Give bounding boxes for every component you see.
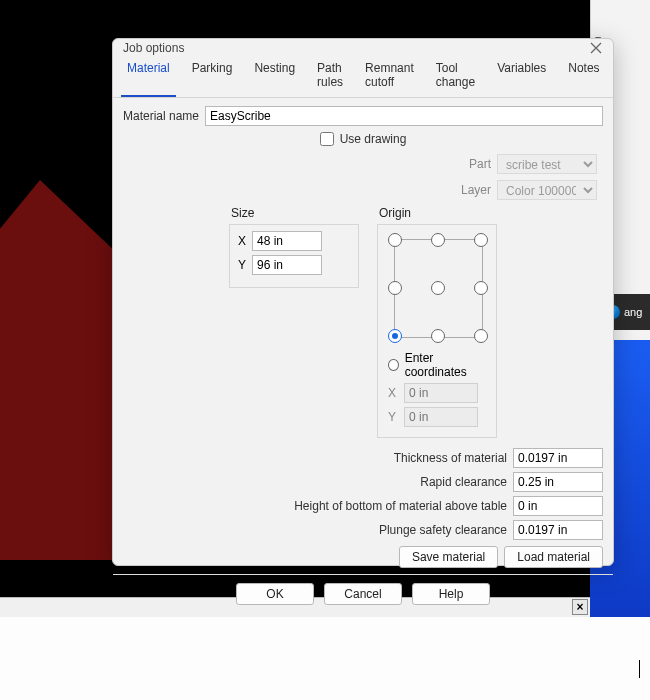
material-name-row: Material name: [123, 106, 603, 126]
tab-notes[interactable]: Notes: [562, 57, 605, 97]
material-name-label: Material name: [123, 109, 199, 123]
size-x-label: X: [238, 234, 252, 248]
rapid-input[interactable]: [513, 472, 603, 492]
origin-radio-bc[interactable]: [431, 329, 445, 343]
thickness-input[interactable]: [513, 448, 603, 468]
origin-y-input: [404, 407, 478, 427]
material-name-input[interactable]: [205, 106, 603, 126]
dialog-titlebar[interactable]: Job options: [113, 39, 613, 57]
use-drawing-row: Use drawing: [123, 132, 603, 146]
tab-remnant-cutoff[interactable]: Remnant cutoff: [359, 57, 420, 97]
tab-tool-change[interactable]: Tool change: [430, 57, 481, 97]
origin-group: Enter coordinates X Y: [377, 224, 497, 438]
use-drawing-label: Use drawing: [340, 132, 407, 146]
part-layer-block: Part scribe test Layer Color 1000000: [123, 154, 603, 200]
tab-content: Material name Use drawing Part scribe te…: [113, 98, 613, 574]
tab-path-rules[interactable]: Path rules: [311, 57, 349, 97]
size-y-input[interactable]: [252, 255, 322, 275]
origin-x-label: X: [388, 386, 398, 400]
ok-button[interactable]: OK: [236, 583, 314, 605]
origin-radio-grid: [388, 233, 488, 343]
origin-radio-tc[interactable]: [431, 233, 445, 247]
origin-radio-tl[interactable]: [388, 233, 402, 247]
enter-coordinates-radio[interactable]: [388, 359, 399, 371]
enter-coordinates-row[interactable]: Enter coordinates: [388, 351, 486, 379]
origin-radio-mr[interactable]: [474, 281, 488, 295]
job-options-dialog: Job options Material Parking Nesting Pat…: [112, 38, 614, 566]
size-origin-row: Size X Y Origin: [123, 206, 603, 438]
tab-parking[interactable]: Parking: [186, 57, 239, 97]
material-fields: Thickness of material Rapid clearance He…: [123, 448, 603, 568]
dialog-button-row: OK Cancel Help: [113, 574, 613, 615]
layer-select: Color 1000000: [497, 180, 597, 200]
taskbar-label: ang: [624, 306, 642, 318]
thickness-label: Thickness of material: [394, 451, 507, 465]
layer-label: Layer: [461, 183, 491, 197]
tab-material[interactable]: Material: [121, 57, 176, 97]
plunge-input[interactable]: [513, 520, 603, 540]
origin-caption: Origin: [377, 206, 497, 220]
size-caption: Size: [229, 206, 359, 220]
part-select: scribe test: [497, 154, 597, 174]
help-button[interactable]: Help: [412, 583, 490, 605]
tab-variables[interactable]: Variables: [491, 57, 552, 97]
size-y-label: Y: [238, 258, 252, 272]
origin-radio-mc[interactable]: [431, 281, 445, 295]
text-caret: [639, 660, 640, 678]
tab-nesting[interactable]: Nesting: [248, 57, 301, 97]
part-label: Part: [469, 157, 491, 171]
origin-y-label: Y: [388, 410, 398, 424]
dialog-close-button[interactable]: [587, 39, 605, 57]
load-material-button[interactable]: Load material: [504, 546, 603, 568]
size-x-input[interactable]: [252, 231, 322, 251]
height-input[interactable]: [513, 496, 603, 516]
dialog-title: Job options: [123, 41, 184, 55]
origin-radio-bl[interactable]: [388, 329, 402, 343]
size-group: X Y: [229, 224, 359, 288]
enter-coordinates-label: Enter coordinates: [405, 351, 486, 379]
height-label: Height of bottom of material above table: [294, 499, 507, 513]
close-icon: [590, 42, 602, 54]
origin-radio-ml[interactable]: [388, 281, 402, 295]
cancel-button[interactable]: Cancel: [324, 583, 402, 605]
tab-strip: Material Parking Nesting Path rules Remn…: [113, 57, 613, 98]
rapid-label: Rapid clearance: [420, 475, 507, 489]
plunge-label: Plunge safety clearance: [379, 523, 507, 537]
origin-x-input: [404, 383, 478, 403]
use-drawing-checkbox[interactable]: [320, 132, 334, 146]
origin-radio-br[interactable]: [474, 329, 488, 343]
origin-radio-tr[interactable]: [474, 233, 488, 247]
lower-pane: [0, 617, 650, 700]
save-material-button[interactable]: Save material: [399, 546, 498, 568]
